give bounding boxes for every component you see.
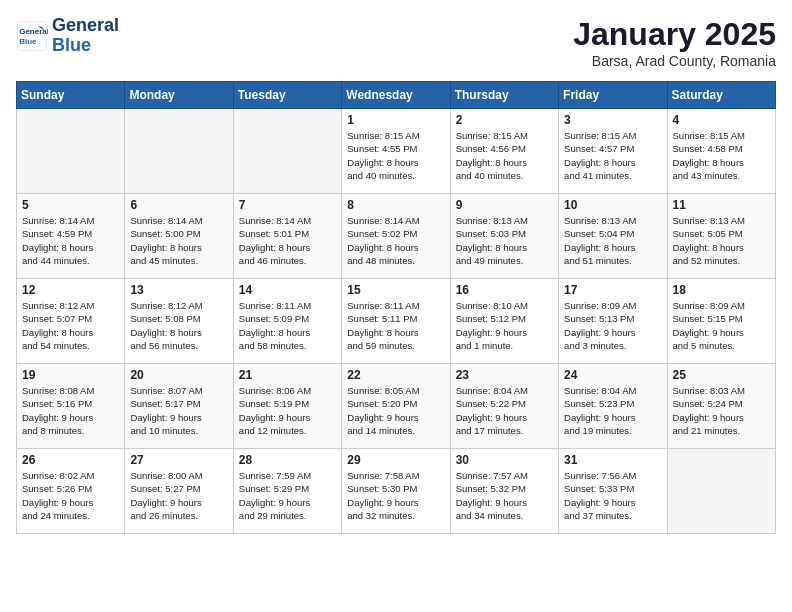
day-info: Sunrise: 8:14 AM Sunset: 4:59 PM Dayligh…	[22, 214, 119, 267]
calendar-cell: 8Sunrise: 8:14 AM Sunset: 5:02 PM Daylig…	[342, 194, 450, 279]
calendar-cell: 28Sunrise: 7:59 AM Sunset: 5:29 PM Dayli…	[233, 449, 341, 534]
logo-icon: General Blue	[16, 20, 48, 52]
calendar-table: SundayMondayTuesdayWednesdayThursdayFrid…	[16, 81, 776, 534]
day-info: Sunrise: 7:58 AM Sunset: 5:30 PM Dayligh…	[347, 469, 444, 522]
calendar-week-row: 1Sunrise: 8:15 AM Sunset: 4:55 PM Daylig…	[17, 109, 776, 194]
day-number: 18	[673, 283, 770, 297]
calendar-cell: 9Sunrise: 8:13 AM Sunset: 5:03 PM Daylig…	[450, 194, 558, 279]
day-number: 14	[239, 283, 336, 297]
day-info: Sunrise: 8:13 AM Sunset: 5:05 PM Dayligh…	[673, 214, 770, 267]
svg-text:Blue: Blue	[19, 37, 37, 46]
weekday-header: Wednesday	[342, 82, 450, 109]
day-number: 13	[130, 283, 227, 297]
logo: General Blue General Blue	[16, 16, 119, 56]
day-info: Sunrise: 8:15 AM Sunset: 4:56 PM Dayligh…	[456, 129, 553, 182]
day-number: 9	[456, 198, 553, 212]
calendar-cell: 23Sunrise: 8:04 AM Sunset: 5:22 PM Dayli…	[450, 364, 558, 449]
day-info: Sunrise: 8:07 AM Sunset: 5:17 PM Dayligh…	[130, 384, 227, 437]
calendar-cell: 1Sunrise: 8:15 AM Sunset: 4:55 PM Daylig…	[342, 109, 450, 194]
day-info: Sunrise: 8:05 AM Sunset: 5:20 PM Dayligh…	[347, 384, 444, 437]
calendar-cell: 20Sunrise: 8:07 AM Sunset: 5:17 PM Dayli…	[125, 364, 233, 449]
day-info: Sunrise: 8:02 AM Sunset: 5:26 PM Dayligh…	[22, 469, 119, 522]
calendar-cell: 16Sunrise: 8:10 AM Sunset: 5:12 PM Dayli…	[450, 279, 558, 364]
day-info: Sunrise: 8:03 AM Sunset: 5:24 PM Dayligh…	[673, 384, 770, 437]
weekday-header: Sunday	[17, 82, 125, 109]
weekday-header: Saturday	[667, 82, 775, 109]
calendar-cell: 22Sunrise: 8:05 AM Sunset: 5:20 PM Dayli…	[342, 364, 450, 449]
svg-text:General: General	[19, 27, 48, 36]
day-info: Sunrise: 7:59 AM Sunset: 5:29 PM Dayligh…	[239, 469, 336, 522]
day-info: Sunrise: 8:00 AM Sunset: 5:27 PM Dayligh…	[130, 469, 227, 522]
calendar-cell: 19Sunrise: 8:08 AM Sunset: 5:16 PM Dayli…	[17, 364, 125, 449]
day-info: Sunrise: 8:15 AM Sunset: 4:55 PM Dayligh…	[347, 129, 444, 182]
weekday-header-row: SundayMondayTuesdayWednesdayThursdayFrid…	[17, 82, 776, 109]
day-info: Sunrise: 8:14 AM Sunset: 5:00 PM Dayligh…	[130, 214, 227, 267]
calendar-cell: 29Sunrise: 7:58 AM Sunset: 5:30 PM Dayli…	[342, 449, 450, 534]
calendar-week-row: 5Sunrise: 8:14 AM Sunset: 4:59 PM Daylig…	[17, 194, 776, 279]
day-number: 21	[239, 368, 336, 382]
day-number: 5	[22, 198, 119, 212]
day-number: 6	[130, 198, 227, 212]
day-number: 11	[673, 198, 770, 212]
page-header: General Blue General Blue January 2025 B…	[16, 16, 776, 69]
day-number: 25	[673, 368, 770, 382]
calendar-cell: 18Sunrise: 8:09 AM Sunset: 5:15 PM Dayli…	[667, 279, 775, 364]
day-info: Sunrise: 8:15 AM Sunset: 4:58 PM Dayligh…	[673, 129, 770, 182]
day-info: Sunrise: 8:14 AM Sunset: 5:01 PM Dayligh…	[239, 214, 336, 267]
day-info: Sunrise: 8:13 AM Sunset: 5:03 PM Dayligh…	[456, 214, 553, 267]
calendar-week-row: 19Sunrise: 8:08 AM Sunset: 5:16 PM Dayli…	[17, 364, 776, 449]
calendar-cell: 5Sunrise: 8:14 AM Sunset: 4:59 PM Daylig…	[17, 194, 125, 279]
day-number: 29	[347, 453, 444, 467]
calendar-week-row: 12Sunrise: 8:12 AM Sunset: 5:07 PM Dayli…	[17, 279, 776, 364]
calendar-cell: 21Sunrise: 8:06 AM Sunset: 5:19 PM Dayli…	[233, 364, 341, 449]
day-info: Sunrise: 8:11 AM Sunset: 5:09 PM Dayligh…	[239, 299, 336, 352]
title-block: January 2025 Barsa, Arad County, Romania	[573, 16, 776, 69]
calendar-cell	[17, 109, 125, 194]
calendar-cell	[667, 449, 775, 534]
weekday-header: Friday	[559, 82, 667, 109]
day-number: 23	[456, 368, 553, 382]
day-number: 27	[130, 453, 227, 467]
day-info: Sunrise: 8:06 AM Sunset: 5:19 PM Dayligh…	[239, 384, 336, 437]
day-number: 3	[564, 113, 661, 127]
calendar-cell: 31Sunrise: 7:56 AM Sunset: 5:33 PM Dayli…	[559, 449, 667, 534]
month-title: January 2025	[573, 16, 776, 53]
calendar-cell: 11Sunrise: 8:13 AM Sunset: 5:05 PM Dayli…	[667, 194, 775, 279]
day-info: Sunrise: 8:14 AM Sunset: 5:02 PM Dayligh…	[347, 214, 444, 267]
day-number: 4	[673, 113, 770, 127]
calendar-cell: 3Sunrise: 8:15 AM Sunset: 4:57 PM Daylig…	[559, 109, 667, 194]
calendar-cell: 6Sunrise: 8:14 AM Sunset: 5:00 PM Daylig…	[125, 194, 233, 279]
day-number: 17	[564, 283, 661, 297]
logo-text: General Blue	[52, 16, 119, 56]
day-info: Sunrise: 8:11 AM Sunset: 5:11 PM Dayligh…	[347, 299, 444, 352]
calendar-cell: 25Sunrise: 8:03 AM Sunset: 5:24 PM Dayli…	[667, 364, 775, 449]
day-number: 31	[564, 453, 661, 467]
day-number: 2	[456, 113, 553, 127]
calendar-cell: 10Sunrise: 8:13 AM Sunset: 5:04 PM Dayli…	[559, 194, 667, 279]
day-info: Sunrise: 8:04 AM Sunset: 5:23 PM Dayligh…	[564, 384, 661, 437]
day-number: 20	[130, 368, 227, 382]
calendar-cell: 15Sunrise: 8:11 AM Sunset: 5:11 PM Dayli…	[342, 279, 450, 364]
day-number: 24	[564, 368, 661, 382]
day-number: 1	[347, 113, 444, 127]
day-info: Sunrise: 8:13 AM Sunset: 5:04 PM Dayligh…	[564, 214, 661, 267]
day-info: Sunrise: 8:09 AM Sunset: 5:13 PM Dayligh…	[564, 299, 661, 352]
day-number: 16	[456, 283, 553, 297]
calendar-cell: 13Sunrise: 8:12 AM Sunset: 5:08 PM Dayli…	[125, 279, 233, 364]
calendar-cell: 7Sunrise: 8:14 AM Sunset: 5:01 PM Daylig…	[233, 194, 341, 279]
calendar-cell: 12Sunrise: 8:12 AM Sunset: 5:07 PM Dayli…	[17, 279, 125, 364]
day-number: 12	[22, 283, 119, 297]
calendar-cell: 17Sunrise: 8:09 AM Sunset: 5:13 PM Dayli…	[559, 279, 667, 364]
day-info: Sunrise: 8:12 AM Sunset: 5:08 PM Dayligh…	[130, 299, 227, 352]
calendar-cell: 24Sunrise: 8:04 AM Sunset: 5:23 PM Dayli…	[559, 364, 667, 449]
weekday-header: Monday	[125, 82, 233, 109]
day-info: Sunrise: 8:12 AM Sunset: 5:07 PM Dayligh…	[22, 299, 119, 352]
day-number: 19	[22, 368, 119, 382]
weekday-header: Tuesday	[233, 82, 341, 109]
location: Barsa, Arad County, Romania	[573, 53, 776, 69]
day-number: 7	[239, 198, 336, 212]
day-number: 22	[347, 368, 444, 382]
calendar-cell	[233, 109, 341, 194]
day-number: 30	[456, 453, 553, 467]
weekday-header: Thursday	[450, 82, 558, 109]
